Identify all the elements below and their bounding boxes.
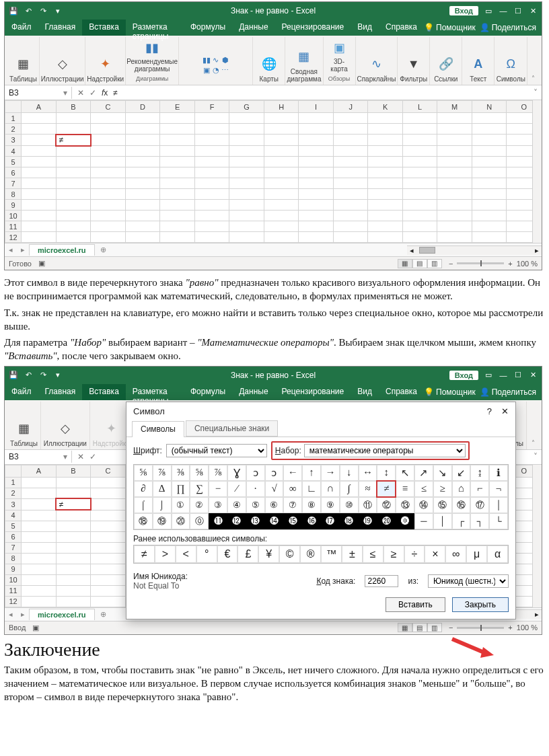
save-icon[interactable]: 💾 [9,6,18,15]
minimize-icon[interactable]: — [499,371,508,380]
ribbon-chart-gallery[interactable]: ▮▮∿⬢▣◔⋯ [179,37,253,85]
hscrollbar[interactable]: ◂▸ [407,245,542,255]
symbol-cell[interactable]: └ [489,513,508,529]
symbol-cell[interactable]: ⓰ [302,513,321,529]
symbol-cell[interactable]: ≤ [414,481,433,497]
symbol-cell[interactable]: √ [265,481,284,497]
recent-symbols[interactable]: ≠><°€£¥©®™±≤≥÷×∞μα [133,545,509,564]
symbol-cell[interactable]: ⑭ [414,497,433,513]
tab-review[interactable]: Рецензирование [275,20,351,36]
undo-icon[interactable]: ↶ [24,371,33,380]
tab-review[interactable]: Рецензирование [275,384,351,400]
cancel-icon[interactable]: ✕ [77,452,84,461]
recent-symbol[interactable]: £ [237,545,258,563]
name-box[interactable]: B3▾ [5,87,72,99]
recent-symbol[interactable]: > [155,545,176,563]
symbol-cell[interactable]: ⅜ [172,465,190,481]
ribbon-recommended-charts[interactable]: ▮▮Рекомендуемые диаграммыДиаграммы [126,37,179,85]
symbol-cell[interactable]: ℹ [489,465,508,481]
symbol-cell[interactable]: ∂ [134,481,153,497]
sheet-nav-next[interactable]: ▸ [17,610,29,619]
sheet-nav-prev[interactable]: ◂ [5,245,17,254]
symbol-cell[interactable]: ∏ [172,481,190,497]
close-button[interactable]: Закрыть [452,597,509,612]
symbol-cell[interactable]: − [209,481,227,497]
ribbon-collapse-icon[interactable]: ˄ [527,37,539,85]
symbol-cell[interactable]: ≡ [396,481,414,497]
symbol-cell[interactable]: ↗ [414,465,433,481]
symbol-cell[interactable]: ⓲ [340,513,359,529]
font-select[interactable]: (обычный текст) [166,444,267,457]
ribbon-text[interactable]: AТекст [462,37,495,85]
add-sheet-button[interactable]: ⊕ [95,610,112,619]
symbol-cell[interactable]: ↖ [396,465,414,481]
recent-symbol[interactable]: × [425,545,445,563]
add-sheet-button[interactable]: ⊕ [95,245,112,254]
symbol-cell[interactable]: ↄ [246,465,265,481]
symbol-cell[interactable]: ∫ [340,481,359,497]
symbol-cell[interactable]: ⓪ [190,513,209,529]
macro-rec-icon[interactable]: ▣ [32,623,39,632]
symbol-cell[interactable]: ⅝ [134,465,153,481]
recent-symbol[interactable]: ° [196,545,217,563]
symbol-cell[interactable]: ↑ [302,465,321,481]
symbol-cell[interactable]: ⌠ [134,497,153,513]
symbol-cell[interactable]: ⑳ [172,513,190,529]
symbol-cell[interactable]: ① [172,497,190,513]
tab-help[interactable]: Справка [379,384,424,400]
cancel-icon[interactable]: ✕ [77,88,84,98]
dialog-tab-symbols[interactable]: Символы [132,421,184,437]
recent-symbol[interactable]: ≤ [363,545,383,563]
view-buttons[interactable]: ▦ ▤ ▥ [398,623,442,632]
tab-home[interactable]: Главная [38,384,83,400]
tab-file[interactable]: Файл [5,384,38,400]
symbol-cell[interactable]: ⑧ [302,497,321,513]
symbol-cell[interactable]: ⑱ [134,513,153,529]
symbol-cell[interactable]: ⌂ [452,481,471,497]
symbol-cell[interactable]: Ɣ [227,465,246,481]
tab-view[interactable]: Вид [351,20,379,36]
ribbon-pivot-chart[interactable]: ▦Сводная диаграмма [285,37,323,85]
symbol-cell[interactable]: ⑲ [153,513,172,529]
tell-me[interactable]: 💡 Помощник [424,387,476,397]
symbol-cell[interactable]: ⑤ [246,497,265,513]
ribbon-filters[interactable]: ▼Фильтры [398,37,430,85]
share-button[interactable]: 👤 Поделиться [480,23,536,32]
ribbon-addins[interactable]: ✦Надстройки [85,37,126,85]
enter-icon[interactable]: ✓ [89,452,96,461]
symbol-cell[interactable]: ↔ [359,465,377,481]
insert-button[interactable]: Вставить [386,597,445,612]
recent-symbol[interactable]: © [279,545,300,563]
save-icon[interactable]: 💾 [9,371,18,380]
from-select[interactable]: Юникод (шестн.) [428,574,509,588]
recent-symbol[interactable]: ≥ [383,545,404,563]
symbol-cell[interactable]: ≥ [433,481,452,497]
recent-symbol[interactable]: ∞ [445,545,466,563]
login-button[interactable]: Вход [449,6,478,15]
maximize-icon[interactable]: ☐ [513,6,523,15]
symbol-cell[interactable]: ∑ [190,481,209,497]
macro-rec-icon[interactable]: ▣ [38,259,45,268]
ribbon-illustrations[interactable]: ◇Иллюстрации [40,37,85,85]
ribbon-links[interactable]: 🔗Ссылки [430,37,462,85]
symbol-cell[interactable]: ⑪ [359,497,377,513]
code-input[interactable] [365,575,398,587]
symbol-cell[interactable]: ↨ [470,465,489,481]
symbol-cell[interactable]: ← [283,465,302,481]
symbol-cell[interactable]: · [246,481,265,497]
symbol-cell[interactable]: ↘ [433,465,452,481]
tab-insert[interactable]: Вставка [82,20,126,36]
maximize-icon[interactable]: ☐ [513,371,523,380]
share-button[interactable]: 👤 Поделиться [480,387,536,397]
symbol-cell[interactable]: ⓯ [283,513,302,529]
symbol-cell[interactable]: ⓳ [359,513,377,529]
recent-symbol[interactable]: < [176,545,196,563]
symbol-cell[interactable]: ② [190,497,209,513]
symbol-cell[interactable]: ⌡ [153,497,172,513]
symbol-cell[interactable]: ↕ [377,465,396,481]
ribbon-sparklines[interactable]: ∿Спарклайны [356,37,398,85]
formula-input[interactable]: ≠ [113,88,118,98]
set-select[interactable]: математические операторы [304,444,466,457]
symbol-cell[interactable]: ④ [227,497,246,513]
name-box[interactable]: B3▾ [5,451,72,463]
